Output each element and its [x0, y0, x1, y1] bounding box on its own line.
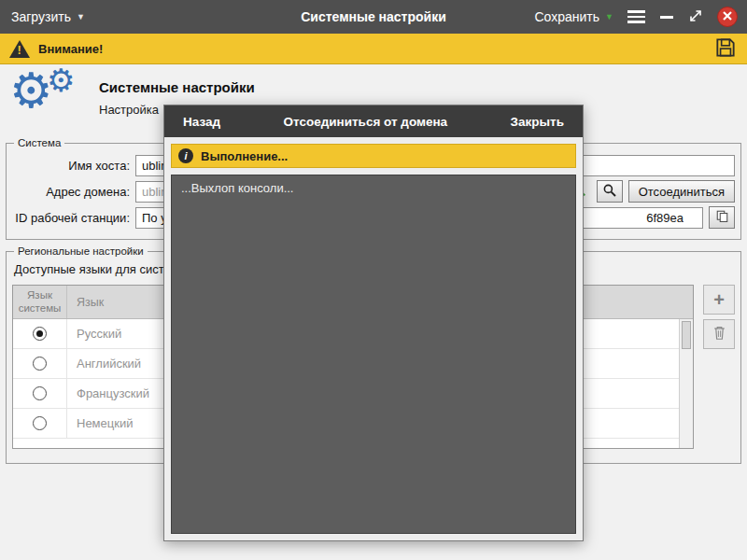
titlebar: Системные настройки Загрузить ▼ Сохранит…: [0, 0, 747, 34]
chevron-down-icon: ▼: [605, 13, 613, 21]
info-icon: i: [178, 148, 193, 163]
scrollbar-thumb[interactable]: [682, 321, 691, 349]
dialog-back-button[interactable]: Назад: [183, 115, 220, 129]
minimize-button[interactable]: [659, 8, 674, 25]
expand-icon: [688, 8, 703, 26]
table-scrollbar[interactable]: [679, 319, 693, 448]
dialog-title-disconnect-domain[interactable]: Отсоединиться от домена: [283, 115, 447, 129]
page-subtitle: Настройка: [99, 103, 159, 117]
plus-icon: +: [713, 290, 725, 309]
save-file-button[interactable]: [713, 35, 738, 63]
console-output: ...Выхлоп консоли...: [171, 175, 576, 534]
disconnect-button[interactable]: Отсоединиться: [628, 180, 735, 203]
save-menu-button[interactable]: Сохранить ▼: [535, 9, 614, 24]
close-icon: [722, 10, 733, 24]
workstation-id-label: ID рабочей станции:: [12, 211, 130, 225]
app-window: Системные настройки Загрузить ▼ Сохранит…: [0, 0, 747, 559]
load-menu-label: Загрузить: [11, 9, 71, 24]
language-radio[interactable]: [33, 416, 47, 430]
warning-bar: Внимание!: [0, 34, 747, 64]
add-language-button[interactable]: +: [703, 285, 735, 315]
dialog-close-button[interactable]: Закрыть: [511, 115, 564, 129]
language-radio[interactable]: [33, 386, 47, 400]
close-button[interactable]: [717, 7, 738, 27]
system-legend: Система: [14, 137, 64, 148]
execution-status-bar: i Выполнение...: [171, 144, 576, 168]
load-menu-button[interactable]: Загрузить ▼: [11, 9, 85, 24]
maximize-button[interactable]: [688, 8, 703, 26]
dialog-body: i Выполнение... ...Выхлоп консоли...: [164, 137, 583, 540]
warning-icon: [9, 40, 30, 58]
regional-legend: Региональные настройки: [14, 245, 148, 257]
dialog-header: Назад Отсоединиться от домена Закрыть: [164, 105, 583, 137]
gears-icon: ⚙⚙: [9, 70, 90, 132]
trash-icon: [712, 325, 726, 343]
hostname-label: Имя хоста:: [12, 159, 130, 173]
hamburger-menu-button[interactable]: [627, 8, 645, 25]
language-radio[interactable]: [33, 327, 47, 341]
copy-id-button[interactable]: [709, 206, 735, 229]
delete-language-button[interactable]: [703, 319, 735, 349]
execution-status-text: Выполнение...: [201, 149, 288, 163]
save-menu-label: Сохранить: [535, 9, 600, 24]
copy-icon: [715, 209, 729, 226]
language-radio[interactable]: [33, 357, 47, 371]
domain-label: Адрес домена:: [12, 185, 130, 199]
warning-message: Внимание!: [38, 42, 103, 56]
chevron-down-icon: ▼: [77, 13, 85, 21]
search-domain-button[interactable]: [597, 180, 623, 203]
column-header-system-language: Язык системы: [13, 286, 67, 318]
floppy-disk-icon: [713, 35, 738, 63]
main-content: ⚙⚙ Системные настройки Настройка Система…: [0, 64, 747, 559]
progress-dialog: Назад Отсоединиться от домена Закрыть i …: [163, 105, 584, 541]
page-title: Системные настройки: [99, 79, 255, 95]
search-icon: [602, 183, 617, 201]
